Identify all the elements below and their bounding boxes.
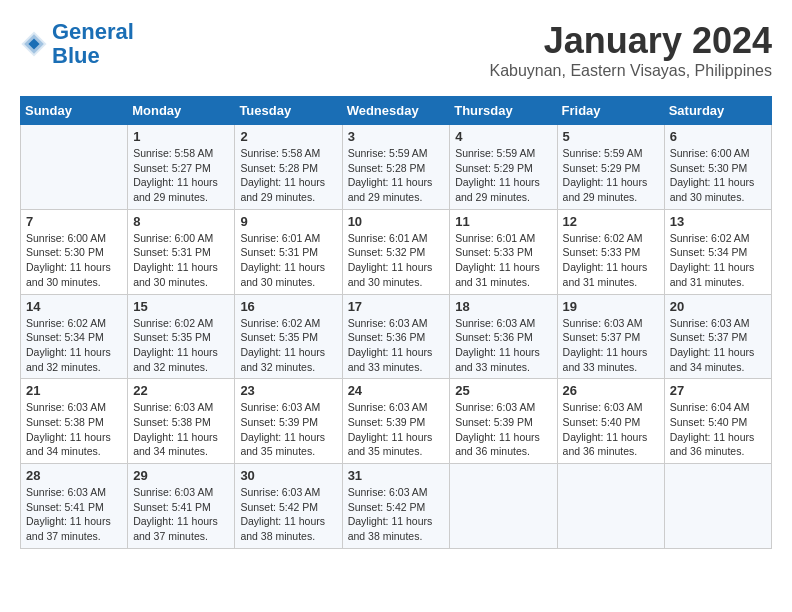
day-info: Sunrise: 6:02 AMSunset: 5:35 PMDaylight:… [240, 316, 336, 375]
day-info: Sunrise: 5:58 AMSunset: 5:27 PMDaylight:… [133, 146, 229, 205]
calendar-cell: 19Sunrise: 6:03 AMSunset: 5:37 PMDayligh… [557, 294, 664, 379]
calendar-cell: 1Sunrise: 5:58 AMSunset: 5:27 PMDaylight… [128, 125, 235, 210]
day-info: Sunrise: 6:03 AMSunset: 5:39 PMDaylight:… [240, 400, 336, 459]
day-info: Sunrise: 5:59 AMSunset: 5:29 PMDaylight:… [563, 146, 659, 205]
header-monday: Monday [128, 97, 235, 125]
calendar-cell [557, 464, 664, 549]
calendar-cell: 3Sunrise: 5:59 AMSunset: 5:28 PMDaylight… [342, 125, 450, 210]
header-thursday: Thursday [450, 97, 557, 125]
calendar-cell [21, 125, 128, 210]
header-row: SundayMondayTuesdayWednesdayThursdayFrid… [21, 97, 772, 125]
day-number: 28 [26, 468, 122, 483]
day-info: Sunrise: 6:03 AMSunset: 5:38 PMDaylight:… [26, 400, 122, 459]
day-info: Sunrise: 6:04 AMSunset: 5:40 PMDaylight:… [670, 400, 766, 459]
calendar-subtitle: Kabuynan, Eastern Visayas, Philippines [489, 62, 772, 80]
logo: General Blue [20, 20, 134, 68]
day-info: Sunrise: 6:01 AMSunset: 5:33 PMDaylight:… [455, 231, 551, 290]
day-number: 21 [26, 383, 122, 398]
day-info: Sunrise: 6:03 AMSunset: 5:42 PMDaylight:… [240, 485, 336, 544]
day-number: 27 [670, 383, 766, 398]
calendar-cell: 29Sunrise: 6:03 AMSunset: 5:41 PMDayligh… [128, 464, 235, 549]
day-number: 15 [133, 299, 229, 314]
logo-text: General Blue [52, 20, 134, 68]
calendar-cell: 23Sunrise: 6:03 AMSunset: 5:39 PMDayligh… [235, 379, 342, 464]
calendar-cell: 18Sunrise: 6:03 AMSunset: 5:36 PMDayligh… [450, 294, 557, 379]
day-number: 6 [670, 129, 766, 144]
calendar-cell: 9Sunrise: 6:01 AMSunset: 5:31 PMDaylight… [235, 209, 342, 294]
calendar-cell: 2Sunrise: 5:58 AMSunset: 5:28 PMDaylight… [235, 125, 342, 210]
day-number: 22 [133, 383, 229, 398]
calendar-cell: 14Sunrise: 6:02 AMSunset: 5:34 PMDayligh… [21, 294, 128, 379]
header-wednesday: Wednesday [342, 97, 450, 125]
day-info: Sunrise: 6:00 AMSunset: 5:31 PMDaylight:… [133, 231, 229, 290]
logo-icon [20, 30, 48, 58]
calendar-cell: 20Sunrise: 6:03 AMSunset: 5:37 PMDayligh… [664, 294, 771, 379]
week-row-3: 14Sunrise: 6:02 AMSunset: 5:34 PMDayligh… [21, 294, 772, 379]
day-number: 26 [563, 383, 659, 398]
day-number: 9 [240, 214, 336, 229]
page-header: General Blue January 2024 Kabuynan, East… [20, 20, 772, 80]
calendar-table: SundayMondayTuesdayWednesdayThursdayFrid… [20, 96, 772, 549]
day-number: 13 [670, 214, 766, 229]
calendar-cell: 12Sunrise: 6:02 AMSunset: 5:33 PMDayligh… [557, 209, 664, 294]
week-row-2: 7Sunrise: 6:00 AMSunset: 5:30 PMDaylight… [21, 209, 772, 294]
header-friday: Friday [557, 97, 664, 125]
day-info: Sunrise: 6:03 AMSunset: 5:36 PMDaylight:… [455, 316, 551, 375]
day-info: Sunrise: 6:03 AMSunset: 5:41 PMDaylight:… [26, 485, 122, 544]
week-row-1: 1Sunrise: 5:58 AMSunset: 5:27 PMDaylight… [21, 125, 772, 210]
day-number: 29 [133, 468, 229, 483]
day-info: Sunrise: 5:59 AMSunset: 5:29 PMDaylight:… [455, 146, 551, 205]
day-number: 12 [563, 214, 659, 229]
day-number: 31 [348, 468, 445, 483]
calendar-cell: 26Sunrise: 6:03 AMSunset: 5:40 PMDayligh… [557, 379, 664, 464]
day-number: 1 [133, 129, 229, 144]
calendar-cell: 8Sunrise: 6:00 AMSunset: 5:31 PMDaylight… [128, 209, 235, 294]
day-info: Sunrise: 6:00 AMSunset: 5:30 PMDaylight:… [670, 146, 766, 205]
calendar-cell: 13Sunrise: 6:02 AMSunset: 5:34 PMDayligh… [664, 209, 771, 294]
day-info: Sunrise: 6:03 AMSunset: 5:42 PMDaylight:… [348, 485, 445, 544]
calendar-cell: 28Sunrise: 6:03 AMSunset: 5:41 PMDayligh… [21, 464, 128, 549]
calendar-cell: 25Sunrise: 6:03 AMSunset: 5:39 PMDayligh… [450, 379, 557, 464]
day-info: Sunrise: 6:03 AMSunset: 5:41 PMDaylight:… [133, 485, 229, 544]
day-number: 11 [455, 214, 551, 229]
calendar-cell: 21Sunrise: 6:03 AMSunset: 5:38 PMDayligh… [21, 379, 128, 464]
day-info: Sunrise: 6:02 AMSunset: 5:35 PMDaylight:… [133, 316, 229, 375]
header-sunday: Sunday [21, 97, 128, 125]
day-number: 17 [348, 299, 445, 314]
day-info: Sunrise: 6:03 AMSunset: 5:40 PMDaylight:… [563, 400, 659, 459]
day-info: Sunrise: 6:01 AMSunset: 5:31 PMDaylight:… [240, 231, 336, 290]
calendar-cell: 5Sunrise: 5:59 AMSunset: 5:29 PMDaylight… [557, 125, 664, 210]
day-info: Sunrise: 6:03 AMSunset: 5:37 PMDaylight:… [670, 316, 766, 375]
day-number: 30 [240, 468, 336, 483]
day-info: Sunrise: 5:59 AMSunset: 5:28 PMDaylight:… [348, 146, 445, 205]
day-number: 18 [455, 299, 551, 314]
calendar-cell: 10Sunrise: 6:01 AMSunset: 5:32 PMDayligh… [342, 209, 450, 294]
calendar-cell: 30Sunrise: 6:03 AMSunset: 5:42 PMDayligh… [235, 464, 342, 549]
day-number: 10 [348, 214, 445, 229]
calendar-cell: 16Sunrise: 6:02 AMSunset: 5:35 PMDayligh… [235, 294, 342, 379]
calendar-cell [450, 464, 557, 549]
week-row-5: 28Sunrise: 6:03 AMSunset: 5:41 PMDayligh… [21, 464, 772, 549]
day-info: Sunrise: 6:02 AMSunset: 5:34 PMDaylight:… [670, 231, 766, 290]
title-area: January 2024 Kabuynan, Eastern Visayas, … [489, 20, 772, 80]
day-number: 8 [133, 214, 229, 229]
calendar-cell: 15Sunrise: 6:02 AMSunset: 5:35 PMDayligh… [128, 294, 235, 379]
day-info: Sunrise: 5:58 AMSunset: 5:28 PMDaylight:… [240, 146, 336, 205]
calendar-cell [664, 464, 771, 549]
day-number: 24 [348, 383, 445, 398]
day-number: 7 [26, 214, 122, 229]
day-number: 2 [240, 129, 336, 144]
calendar-cell: 27Sunrise: 6:04 AMSunset: 5:40 PMDayligh… [664, 379, 771, 464]
calendar-cell: 7Sunrise: 6:00 AMSunset: 5:30 PMDaylight… [21, 209, 128, 294]
day-info: Sunrise: 6:00 AMSunset: 5:30 PMDaylight:… [26, 231, 122, 290]
day-number: 14 [26, 299, 122, 314]
day-number: 5 [563, 129, 659, 144]
day-info: Sunrise: 6:03 AMSunset: 5:38 PMDaylight:… [133, 400, 229, 459]
calendar-cell: 11Sunrise: 6:01 AMSunset: 5:33 PMDayligh… [450, 209, 557, 294]
day-number: 20 [670, 299, 766, 314]
header-tuesday: Tuesday [235, 97, 342, 125]
day-number: 25 [455, 383, 551, 398]
calendar-cell: 17Sunrise: 6:03 AMSunset: 5:36 PMDayligh… [342, 294, 450, 379]
day-info: Sunrise: 6:02 AMSunset: 5:33 PMDaylight:… [563, 231, 659, 290]
day-info: Sunrise: 6:03 AMSunset: 5:39 PMDaylight:… [348, 400, 445, 459]
